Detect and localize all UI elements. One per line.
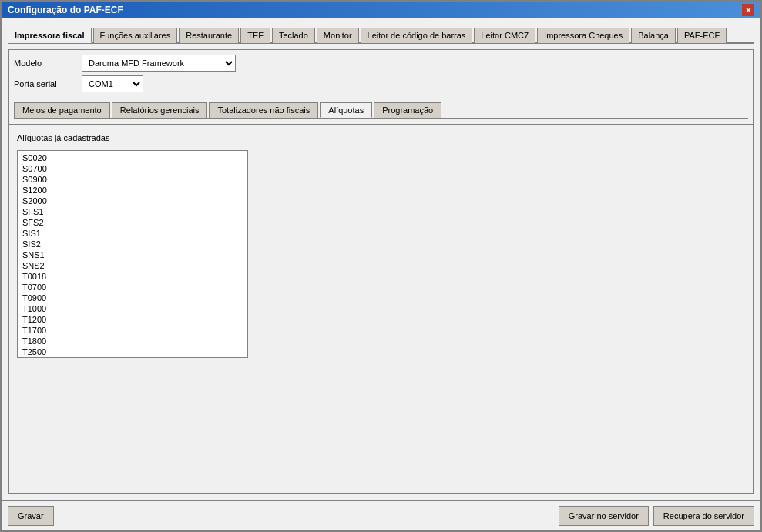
aliquotas-list[interactable]: S0020S0700S0900S1200S2000SFS1SFS2SIS1SIS… [18, 151, 247, 357]
window-content: Impressora fiscalFunções auxiliaresResta… [2, 18, 760, 500]
list-item[interactable]: S0900 [19, 174, 246, 185]
section-label: Alíquotas já cadastradas [17, 133, 745, 142]
list-item[interactable]: S1200 [19, 185, 246, 196]
top-tab-6[interactable]: Leitor de código de barras [361, 28, 473, 43]
list-item[interactable]: T1800 [19, 336, 246, 346]
top-tab-2[interactable]: Restaurante [179, 28, 239, 43]
list-item[interactable]: SFS1 [19, 206, 246, 217]
top-tab-4[interactable]: Teclado [272, 28, 315, 43]
title-bar: Configuração do PAF-ECF ✕ [2, 2, 760, 18]
list-item[interactable]: SIS2 [19, 239, 246, 249]
inner-tab-bar: Meios de pagamentoRelatórios gerenciaisT… [14, 99, 748, 119]
list-item[interactable]: T0018 [19, 271, 246, 282]
inner-tab-3[interactable]: Alíquotas [320, 102, 372, 118]
top-tab-7[interactable]: Leitor CMC7 [474, 28, 535, 43]
list-item[interactable]: T1200 [19, 314, 246, 325]
inner-tab-1[interactable]: Relatórios gerenciais [112, 102, 208, 118]
top-tab-8[interactable]: Impressora Cheques [537, 28, 629, 43]
porta-serial-row: Porta serial COM1 [14, 75, 748, 92]
bottom-bar: Gravar Gravar no servidor Recupera do se… [2, 500, 760, 530]
top-tab-3[interactable]: TEF [240, 28, 270, 43]
modelo-row: Modelo Daruma MFD Framework [14, 55, 748, 72]
aliquotas-list-container: S0020S0700S0900S1200S2000SFS1SFS2SIS1SIS… [17, 150, 248, 358]
gravar-servidor-button[interactable]: Gravar no servidor [559, 506, 649, 526]
form-section: Modelo Daruma MFD Framework Porta serial… [8, 49, 754, 125]
close-button[interactable]: ✕ [742, 4, 754, 16]
top-tab-5[interactable]: Monitor [317, 28, 359, 43]
list-item[interactable]: S0020 [19, 152, 246, 163]
right-buttons: Gravar no servidor Recupera do servidor [559, 506, 754, 526]
inner-tab-2[interactable]: Totalizadores não fiscais [209, 102, 318, 118]
top-tab-0[interactable]: Impressora fiscal [8, 28, 92, 43]
list-item[interactable]: SNS2 [19, 260, 246, 271]
main-panel: Alíquotas já cadastradas S0020S0700S0900… [8, 124, 754, 494]
list-item[interactable]: S0700 [19, 163, 246, 174]
porta-serial-select[interactable]: COM1 [82, 75, 143, 92]
top-tab-1[interactable]: Funções auxiliares [93, 28, 178, 43]
top-tab-9[interactable]: Balança [631, 28, 676, 43]
window-title: Configuração do PAF-ECF [8, 5, 123, 15]
gravar-button[interactable]: Gravar [8, 506, 54, 526]
main-window: Configuração do PAF-ECF ✕ Impressora fis… [0, 0, 762, 532]
top-tab-bar: Impressora fiscalFunções auxiliaresResta… [8, 25, 754, 44]
list-item[interactable]: T0900 [19, 293, 246, 303]
list-item[interactable]: T0700 [19, 282, 246, 293]
list-item[interactable]: SFS2 [19, 217, 246, 228]
outer-content: Modelo Daruma MFD Framework Porta serial… [8, 49, 754, 494]
list-item[interactable]: T1700 [19, 325, 246, 336]
list-item[interactable]: SNS1 [19, 249, 246, 260]
recupera-servidor-button[interactable]: Recupera do servidor [653, 506, 754, 526]
list-item[interactable]: T1000 [19, 303, 246, 314]
modelo-select[interactable]: Daruma MFD Framework [82, 55, 236, 72]
inner-tab-4[interactable]: Programação [374, 102, 441, 118]
list-item[interactable]: T2500 [19, 346, 246, 357]
top-tab-10[interactable]: PAF-ECF [677, 28, 727, 43]
list-item[interactable]: SIS1 [19, 228, 246, 239]
inner-tab-0[interactable]: Meios de pagamento [14, 102, 110, 118]
porta-serial-label: Porta serial [14, 79, 76, 89]
list-item[interactable]: S2000 [19, 196, 246, 206]
modelo-label: Modelo [14, 59, 76, 68]
